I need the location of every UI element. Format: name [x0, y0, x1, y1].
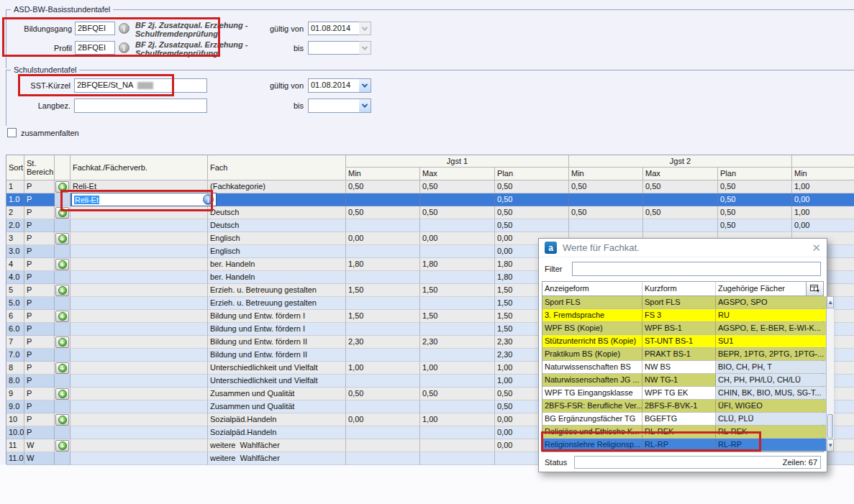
cell-kurzform[interactable]: WPF TG EK: [642, 387, 716, 399]
add-row-button[interactable]: +: [55, 181, 69, 193]
dialog-row[interactable]: Naturwissenschaften BSNW BSBIO, CH, PH, …: [542, 361, 826, 374]
cell-value[interactable]: 0,00: [792, 193, 854, 206]
cell-fach[interactable]: Bildung und Entw. fördern I: [208, 310, 346, 323]
cell-fach[interactable]: Deutsch: [208, 219, 346, 232]
cell-value[interactable]: [420, 245, 495, 258]
table-row[interactable]: 2.0PDeutsch0,500,500,00: [6, 219, 854, 232]
cell-fachkat[interactable]: [71, 388, 208, 400]
cell-sort[interactable]: 1.0: [6, 193, 24, 206]
cell-value[interactable]: 0,50: [495, 206, 569, 219]
cell-kurzform[interactable]: BGEFTG: [642, 413, 716, 425]
cell-st-bereich[interactable]: P: [24, 388, 55, 400]
cell-anzeigeform[interactable]: Praktikum BS (Kopie): [542, 348, 642, 360]
cell-fachkat[interactable]: [71, 284, 208, 297]
scrollbar-thumb[interactable]: [827, 414, 833, 439]
cell-value[interactable]: [346, 426, 420, 439]
filter-input[interactable]: [572, 262, 821, 276]
cell-st-bereich[interactable]: P: [24, 232, 55, 245]
cell-fachkat[interactable]: [71, 323, 208, 336]
cell-sort[interactable]: 8: [6, 362, 24, 375]
cell-zugehoerige-faecher[interactable]: BEPR, 1PTG, 2PTG, 1PTG-...: [716, 348, 826, 360]
cell-st-bereich[interactable]: P: [24, 219, 55, 232]
cell-value[interactable]: [420, 426, 495, 439]
cell-value[interactable]: 0,00: [346, 413, 420, 426]
cell-fach[interactable]: ber. Handeln: [208, 271, 346, 284]
cell-value[interactable]: 0,50: [346, 388, 420, 400]
cell-value[interactable]: [643, 193, 718, 206]
cell-value[interactable]: 0,50: [718, 180, 792, 193]
cell-kurzform[interactable]: RL-RP: [642, 439, 716, 451]
cell-fach[interactable]: Sozialpäd.Handeln: [208, 413, 346, 426]
cell-fachkat[interactable]: [71, 271, 208, 284]
profil-field[interactable]: 2BFQEI: [75, 41, 115, 55]
cell-st-bereich[interactable]: P: [24, 413, 55, 426]
cell-st-bereich[interactable]: P: [24, 271, 55, 284]
cell-value[interactable]: 2,30: [346, 336, 420, 349]
cell-st-bereich[interactable]: P: [24, 400, 55, 413]
add-row-button[interactable]: +: [55, 414, 69, 426]
cell-value[interactable]: 0,50: [420, 206, 495, 219]
cell-sort[interactable]: 7: [6, 336, 24, 349]
bis-field[interactable]: [308, 41, 360, 55]
cell-value[interactable]: [346, 349, 420, 362]
cell-value[interactable]: [346, 219, 420, 232]
add-row-button[interactable]: +: [55, 311, 69, 322]
dialog-row[interactable]: Naturwissenschaften JG ...NW TG-1CH, PH,…: [542, 374, 826, 387]
cell-value[interactable]: 0,50: [718, 219, 792, 232]
cell-value[interactable]: [346, 323, 420, 336]
cell-st-bereich[interactable]: P: [24, 193, 55, 206]
gueltig-von-field[interactable]: 01.08.2014: [308, 22, 360, 35]
cell-value[interactable]: 1,00: [420, 413, 495, 426]
cell-anzeigeform[interactable]: WPF TG Eingangsklasse: [542, 387, 642, 399]
cell-fachkat[interactable]: [71, 219, 208, 232]
cell-zugehoerige-faecher[interactable]: CH, PH, PH/LÜ, CH/LÜ: [716, 374, 826, 386]
cell-value[interactable]: [420, 452, 495, 465]
cell-sort[interactable]: 9.0: [6, 400, 24, 413]
cell-value[interactable]: [346, 245, 420, 258]
cell-fachkat[interactable]: [71, 413, 208, 426]
cell-sort[interactable]: 2.0: [6, 219, 24, 232]
cell-fach[interactable]: Deutsch: [208, 206, 346, 219]
cell-value[interactable]: 0,50: [346, 180, 420, 193]
cell-value[interactable]: 0,50: [420, 180, 495, 193]
cell-fachkat[interactable]: [71, 400, 208, 413]
cell-value[interactable]: 0,50: [569, 206, 643, 219]
cell-sort[interactable]: 3: [6, 232, 24, 245]
cell-fachkat[interactable]: [71, 232, 208, 245]
add-row-button[interactable]: +: [55, 259, 69, 270]
scrollbar-track[interactable]: [827, 308, 834, 439]
cell-sort[interactable]: 3.0: [6, 245, 24, 258]
dialog-row[interactable]: WPF BS (Kopie)WPF BS-1AGSPO, E, E-BER, E…: [542, 322, 826, 335]
cell-fach[interactable]: Unterschiedlichkeit und Vielfalt: [208, 375, 346, 388]
cell-st-bereich[interactable]: P: [24, 336, 55, 349]
cell-kurzform[interactable]: ST-UNT BS-1: [642, 335, 716, 347]
cell-anzeigeform[interactable]: 2BFS-FSR: Berufliche Ver...: [542, 400, 642, 412]
cell-fachkat[interactable]: [71, 310, 208, 323]
cell-anzeigeform[interactable]: 3. Fremdsprache: [542, 309, 642, 321]
cell-sort[interactable]: 6.0: [6, 323, 24, 336]
info-icon[interactable]: i: [203, 194, 214, 205]
cell-value[interactable]: [346, 452, 420, 465]
close-icon[interactable]: ✕: [812, 242, 821, 253]
cell-fach[interactable]: ber. Handeln: [208, 258, 346, 271]
cell-st-bereich[interactable]: W: [24, 452, 55, 465]
cell-sort[interactable]: 1: [6, 180, 24, 193]
dialog-row[interactable]: Religiöse und Ethische K...RL-REKRL-REK: [542, 426, 826, 439]
cell-value[interactable]: [420, 349, 495, 362]
cell-fach[interactable]: Zusammen und Qualität: [208, 400, 346, 413]
cell-zugehoerige-faecher[interactable]: RL-REK: [716, 426, 826, 438]
cell-value[interactable]: 0,50: [718, 206, 792, 219]
cell-fachkat[interactable]: [71, 452, 208, 465]
cell-kurzform[interactable]: 2BFS-F-BVK-1: [642, 400, 716, 412]
cell-fach[interactable]: Englisch: [208, 232, 346, 245]
cell-value[interactable]: 0,50: [495, 193, 569, 206]
dialog-row[interactable]: 2BFS-FSR: Berufliche Ver...2BFS-F-BVK-1Ü…: [542, 400, 826, 413]
cell-kurzform[interactable]: RL-REK: [642, 426, 716, 438]
cell-value[interactable]: 0,50: [420, 388, 495, 400]
cell-zugehoerige-faecher[interactable]: RU: [716, 309, 826, 321]
add-row-button[interactable]: +: [55, 285, 69, 296]
cell-fach[interactable]: [208, 193, 346, 206]
cell-fachkat[interactable]: Reli-Et: [71, 180, 208, 193]
add-row-button[interactable]: +: [55, 362, 69, 374]
cell-value[interactable]: [420, 400, 495, 413]
